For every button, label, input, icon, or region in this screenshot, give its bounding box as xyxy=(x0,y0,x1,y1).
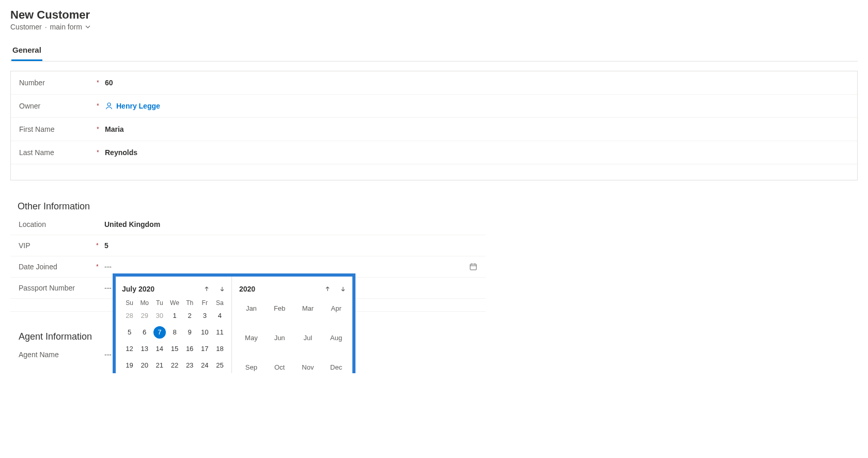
dow-cell: Th xyxy=(182,299,197,307)
breadcrumb: Customer · main form xyxy=(10,23,858,31)
section-general: Number * 60 Owner * Henry Legge First Na… xyxy=(10,71,858,180)
month-cell[interactable]: Nov xyxy=(296,360,320,373)
value-location[interactable]: United Kingdom xyxy=(104,220,477,228)
page-title: New Customer xyxy=(10,8,858,22)
day-cell[interactable]: 17 xyxy=(197,343,212,355)
dow-cell: Fr xyxy=(197,299,212,307)
month-cell[interactable]: Oct xyxy=(268,360,292,373)
month-cell[interactable]: Jan xyxy=(239,301,264,315)
required-marker: * xyxy=(96,242,104,249)
person-icon xyxy=(105,102,113,110)
day-cell[interactable]: 24 xyxy=(197,359,212,372)
required-marker: * xyxy=(97,79,105,86)
month-cell[interactable]: Feb xyxy=(268,301,292,315)
day-cell[interactable]: 5 xyxy=(122,326,137,339)
field-number[interactable]: Number * 60 xyxy=(11,71,857,95)
svg-rect-1 xyxy=(470,264,476,270)
calendar-day-panel: July 2020 SuMoTuWeThFrSa 282930123456789… xyxy=(116,277,232,373)
spacer-row xyxy=(11,164,857,180)
dow-cell: We xyxy=(167,299,182,307)
day-cell[interactable]: 3 xyxy=(197,310,212,322)
day-cell[interactable]: 21 xyxy=(152,359,167,372)
label-location: Location xyxy=(19,220,96,228)
field-owner[interactable]: Owner * Henry Legge xyxy=(11,95,857,118)
label-last-name: Last Name xyxy=(19,148,97,157)
months-grid: JanFebMarAprMayJunJulAugSepOctNovDec xyxy=(239,301,348,373)
form-selector[interactable]: main form xyxy=(50,23,82,31)
month-cell[interactable]: Dec xyxy=(324,360,348,373)
label-owner: Owner xyxy=(19,102,97,110)
required-marker: * xyxy=(97,149,105,156)
day-cell[interactable]: 11 xyxy=(212,326,227,339)
day-cell[interactable]: 19 xyxy=(122,359,137,372)
dow-cell: Mo xyxy=(137,299,152,307)
field-last-name[interactable]: Last Name * Reynolds xyxy=(11,141,857,164)
date-picker-popup: July 2020 SuMoTuWeThFrSa 282930123456789… xyxy=(113,273,355,373)
chevron-down-icon[interactable] xyxy=(85,24,90,29)
prev-year-button[interactable] xyxy=(322,284,333,294)
section-other-info: Other Information Location United Kingdo… xyxy=(10,195,858,312)
month-cell[interactable]: May xyxy=(239,331,264,345)
days-grid: 2829301234567891011121314151617181920212… xyxy=(122,310,227,373)
day-cell[interactable]: 29 xyxy=(137,310,152,322)
value-number[interactable]: 60 xyxy=(105,79,849,87)
calendar-month-title[interactable]: July 2020 xyxy=(122,285,202,293)
day-cell[interactable]: 6 xyxy=(137,326,152,339)
day-cell[interactable]: 22 xyxy=(167,359,182,372)
calendar-month-panel: 2020 JanFebMarAprMayJunJulAugSepOctNovDe… xyxy=(232,277,352,373)
day-cell[interactable]: 2 xyxy=(182,310,197,322)
month-cell[interactable]: Aug xyxy=(324,331,348,345)
owner-link-text[interactable]: Henry Legge xyxy=(116,102,160,110)
dow-cell: Su xyxy=(122,299,137,307)
section-title-other: Other Information xyxy=(10,195,858,214)
day-cell[interactable]: 28 xyxy=(122,310,137,322)
day-cell[interactable]: 7 xyxy=(153,326,166,339)
tab-bar: General xyxy=(10,41,858,62)
day-of-week-header: SuMoTuWeThFrSa xyxy=(122,299,227,307)
day-cell[interactable]: 10 xyxy=(197,326,212,339)
day-cell[interactable]: 12 xyxy=(122,343,137,355)
value-date-joined[interactable]: --- xyxy=(104,263,469,271)
day-cell[interactable]: 23 xyxy=(182,359,197,372)
day-cell[interactable]: 16 xyxy=(182,343,197,355)
month-cell[interactable]: Apr xyxy=(324,301,348,315)
day-cell[interactable]: 4 xyxy=(212,310,227,322)
tab-general[interactable]: General xyxy=(11,41,42,61)
field-first-name[interactable]: First Name * Maria xyxy=(11,118,857,141)
day-cell[interactable]: 20 xyxy=(137,359,152,372)
label-passport-number: Passport Number xyxy=(19,284,96,292)
month-cell[interactable]: Sep xyxy=(239,360,264,373)
day-cell[interactable]: 9 xyxy=(182,326,197,339)
value-vip[interactable]: 5 xyxy=(104,241,477,250)
value-first-name[interactable]: Maria xyxy=(105,125,849,133)
day-cell[interactable]: 1 xyxy=(167,310,182,322)
day-cell[interactable]: 13 xyxy=(137,343,152,355)
label-date-joined: Date Joined xyxy=(19,263,96,271)
month-cell[interactable]: Jun xyxy=(268,331,292,345)
next-year-button[interactable] xyxy=(338,284,348,294)
svg-point-0 xyxy=(107,103,111,106)
label-agent-name: Agent Name xyxy=(19,350,96,359)
label-number: Number xyxy=(19,79,97,87)
month-cell[interactable]: Mar xyxy=(296,301,320,315)
calendar-year-title[interactable]: 2020 xyxy=(239,285,322,293)
day-cell[interactable]: 15 xyxy=(167,343,182,355)
field-vip[interactable]: VIP * 5 xyxy=(10,235,486,256)
day-cell[interactable]: 25 xyxy=(212,359,227,372)
day-cell[interactable]: 18 xyxy=(212,343,227,355)
day-cell[interactable]: 8 xyxy=(167,326,182,339)
value-last-name[interactable]: Reynolds xyxy=(105,148,849,157)
day-cell[interactable]: 14 xyxy=(152,343,167,355)
dow-cell: Tu xyxy=(152,299,167,307)
required-marker: * xyxy=(97,102,105,110)
prev-month-button[interactable] xyxy=(202,284,212,294)
next-month-button[interactable] xyxy=(217,284,227,294)
day-cell[interactable]: 30 xyxy=(152,310,167,322)
month-cell[interactable]: Jul xyxy=(296,331,320,345)
calendar-icon[interactable] xyxy=(469,263,477,271)
label-first-name: First Name xyxy=(19,125,97,133)
value-owner[interactable]: Henry Legge xyxy=(105,102,849,110)
field-location[interactable]: Location United Kingdom xyxy=(10,214,486,235)
required-marker: * xyxy=(97,126,105,133)
separator: · xyxy=(45,23,47,31)
